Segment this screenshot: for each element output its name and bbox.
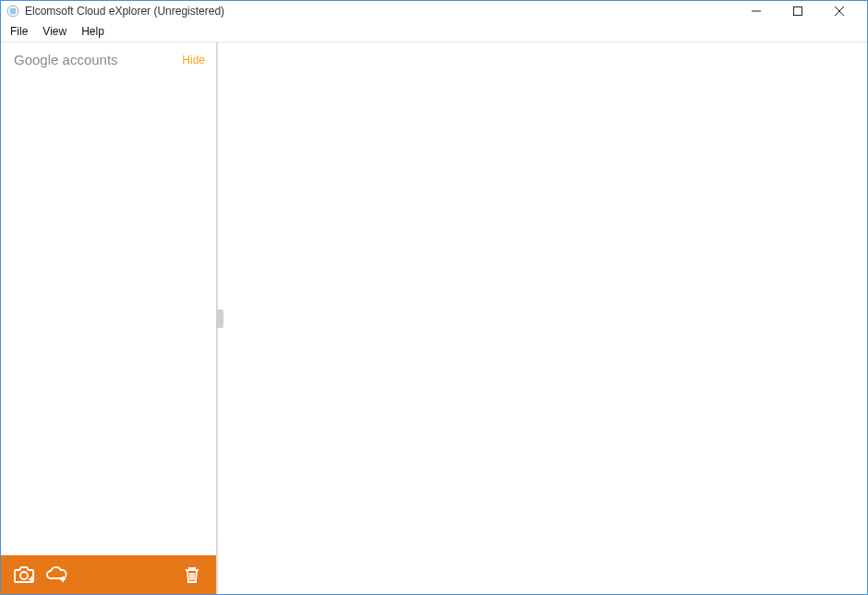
splitter[interactable] [216,42,223,594]
svg-rect-1 [793,7,802,16]
minimize-button[interactable] [735,1,777,21]
menu-view[interactable]: View [35,23,74,40]
close-button[interactable] [818,1,860,21]
sidebar-hide-link[interactable]: Hide [182,54,205,67]
maximize-button[interactable] [777,1,818,21]
main-panel [223,42,867,594]
title-bar: Elcomsoft Cloud eXplorer (Unregistered) [1,1,867,21]
delete-button[interactable] [177,560,207,589]
splitter-grip[interactable] [216,310,223,328]
sidebar-header: Google accounts Hide [10,50,207,75]
add-cloud-button[interactable] [42,560,71,589]
trash-icon [182,565,202,585]
content-area: Google accounts Hide [1,42,867,594]
sidebar-main: Google accounts Hide [1,42,216,555]
svg-point-2 [20,572,28,579]
add-snapshot-button[interactable] [10,560,40,589]
app-icon [6,5,19,18]
menu-help[interactable]: Help [74,23,112,40]
sidebar: Google accounts Hide [1,42,216,594]
menu-file[interactable]: File [3,23,35,40]
window-title: Elcomsoft Cloud eXplorer (Unregistered) [25,5,735,18]
sidebar-heading: Google accounts [14,52,118,67]
cloud-plus-icon [44,565,68,585]
sidebar-toolbar [1,555,216,594]
menu-bar: File View Help [1,21,867,42]
camera-plus-icon [13,565,37,585]
